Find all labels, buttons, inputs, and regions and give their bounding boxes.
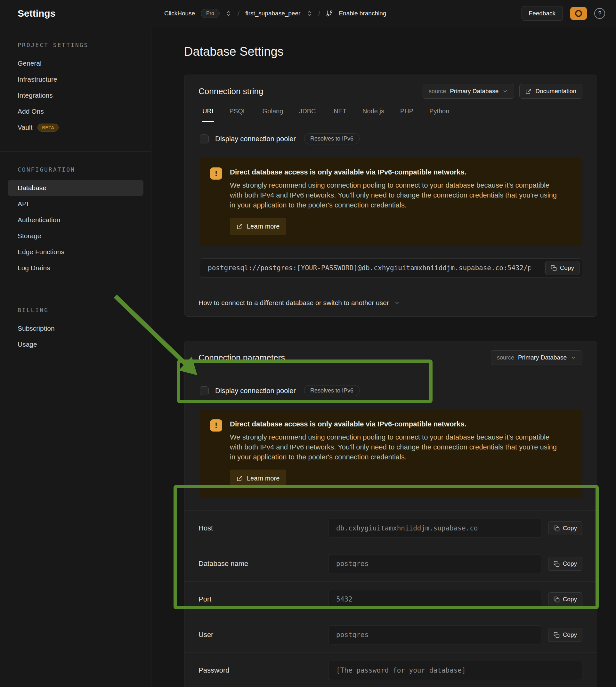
copy-icon bbox=[551, 265, 557, 271]
sidebar-item-label: Subscription bbox=[18, 325, 55, 332]
sidebar-item-infrastructure[interactable]: Infrastructure bbox=[0, 71, 151, 87]
sidebar-item-subscription[interactable]: Subscription bbox=[0, 320, 151, 336]
sidebar-section-project-settings: PROJECT SETTINGS General Infrastructure … bbox=[0, 27, 151, 151]
tab-nodejs[interactable]: Node.js bbox=[362, 108, 385, 122]
section-title: BILLING bbox=[0, 307, 151, 313]
sidebar-item-storage[interactable]: Storage bbox=[0, 228, 151, 244]
tab-golang[interactable]: Golang bbox=[262, 108, 284, 122]
display-connection-pooler-checkbox[interactable] bbox=[200, 134, 209, 143]
documentation-label: Documentation bbox=[535, 88, 576, 95]
sidebar-section-configuration: CONFIGURATION Database API Authenticatio… bbox=[0, 151, 151, 292]
connection-uri-field[interactable]: postgresql://postgres:[YOUR-PASSWORD]@db… bbox=[200, 258, 582, 278]
section-title: CONFIGURATION bbox=[0, 166, 151, 173]
breadcrumb: ClickHouse Pro / first_supabase_peer / E… bbox=[164, 9, 386, 18]
ipv6-badge: Resolves to IPv6 bbox=[304, 385, 359, 396]
copy-uri-button[interactable]: Copy bbox=[545, 261, 579, 275]
pooler-label[interactable]: Display connection pooler bbox=[215, 387, 296, 395]
field-row-port: Port Copy bbox=[184, 581, 597, 617]
external-link-icon bbox=[237, 223, 243, 229]
chevron-down-icon bbox=[571, 355, 576, 360]
sidebar-item-label: Add Ons bbox=[18, 108, 44, 115]
copy-label: Copy bbox=[563, 560, 577, 567]
notice-title: Direct database access is only available… bbox=[230, 419, 563, 429]
source-prefix: source bbox=[497, 354, 514, 361]
sidebar-item-integrations[interactable]: Integrations bbox=[0, 87, 151, 104]
breadcrumb-separator: / bbox=[238, 9, 240, 18]
source-value: Primary Database bbox=[518, 354, 567, 361]
sidebar-item-label: Integrations bbox=[18, 92, 53, 99]
external-link-icon bbox=[237, 475, 243, 482]
account-avatar[interactable] bbox=[570, 7, 587, 20]
sidebar-item-database[interactable]: Database bbox=[8, 180, 144, 196]
password-input[interactable] bbox=[328, 661, 582, 680]
display-connection-pooler-checkbox[interactable] bbox=[200, 386, 209, 395]
source-selector[interactable]: source Primary Database bbox=[423, 84, 514, 98]
copy-user-button[interactable]: Copy bbox=[548, 628, 582, 642]
sidebar-item-general[interactable]: General bbox=[0, 56, 151, 71]
feedback-button[interactable]: Feedback bbox=[522, 6, 563, 21]
settings-sidebar: PROJECT SETTINGS General Infrastructure … bbox=[0, 27, 151, 687]
learn-more-button[interactable]: Learn more bbox=[230, 470, 286, 487]
notice-title: Direct database access is only available… bbox=[230, 168, 563, 177]
tab-psql[interactable]: PSQL bbox=[228, 108, 247, 122]
ipv6-notice: ! Direct database access is only availab… bbox=[200, 157, 582, 246]
sidebar-item-label: Usage bbox=[18, 340, 37, 348]
port-input[interactable] bbox=[328, 590, 541, 609]
copy-icon bbox=[554, 561, 560, 567]
connection-help-label: How to connect to a different database o… bbox=[198, 299, 389, 307]
field-row-host: Host Copy bbox=[184, 510, 597, 546]
pooler-label[interactable]: Display connection pooler bbox=[215, 135, 296, 143]
user-label: User bbox=[198, 631, 328, 639]
sidebar-item-edge-functions[interactable]: Edge Functions bbox=[0, 244, 151, 260]
user-input[interactable] bbox=[328, 625, 541, 644]
sidebar-item-usage[interactable]: Usage bbox=[0, 336, 151, 352]
chevrons-up-down-icon[interactable] bbox=[306, 10, 312, 17]
database-name-label: Database name bbox=[198, 560, 328, 568]
connection-help-toggle[interactable]: How to connect to a different database o… bbox=[184, 290, 597, 316]
pooler-row: Display connection pooler Resolves to IP… bbox=[184, 374, 597, 409]
tab-php[interactable]: PHP bbox=[400, 108, 414, 122]
learn-more-button[interactable]: Learn more bbox=[230, 218, 286, 235]
sidebar-item-log-drains[interactable]: Log Drains bbox=[0, 260, 151, 276]
sidebar-item-add-ons[interactable]: Add Ons bbox=[0, 104, 151, 119]
sidebar-item-label: Database bbox=[18, 184, 46, 192]
chevrons-up-down-icon[interactable] bbox=[225, 10, 232, 17]
alert-icon: ! bbox=[210, 419, 222, 431]
host-input[interactable] bbox=[328, 518, 541, 538]
sidebar-item-label: Storage bbox=[18, 232, 41, 240]
field-row-database-name: Database name Copy bbox=[184, 546, 597, 581]
tab-uri[interactable]: URI bbox=[202, 108, 214, 122]
help-icon[interactable]: ? bbox=[594, 8, 605, 19]
copy-label: Copy bbox=[563, 525, 577, 532]
pooler-row: Display connection pooler Resolves to IP… bbox=[184, 122, 597, 157]
copy-label: Copy bbox=[563, 596, 577, 603]
connection-parameter-fields: Host Copy Database name Copy bbox=[184, 510, 597, 687]
breadcrumb-org[interactable]: ClickHouse bbox=[164, 10, 195, 17]
breadcrumb-project[interactable]: first_supabase_peer bbox=[245, 10, 300, 17]
database-name-input[interactable] bbox=[328, 554, 541, 573]
copy-label: Copy bbox=[560, 264, 574, 271]
tab-dotnet[interactable]: .NET bbox=[331, 108, 347, 122]
sidebar-item-vault[interactable]: Vault BETA bbox=[0, 119, 151, 135]
connection-type-tabs: URI PSQL Golang JDBC .NET Node.js PHP Py… bbox=[184, 98, 597, 122]
field-row-user: User Copy bbox=[184, 617, 597, 652]
alert-glyph: ! bbox=[215, 169, 217, 178]
notice-body: We strongly recommend using connection p… bbox=[230, 180, 563, 210]
sidebar-item-api[interactable]: API bbox=[0, 196, 151, 212]
tab-python[interactable]: Python bbox=[429, 108, 450, 122]
documentation-button[interactable]: Documentation bbox=[519, 84, 582, 98]
copy-port-button[interactable]: Copy bbox=[548, 592, 582, 606]
source-selector[interactable]: source Primary Database bbox=[491, 350, 582, 365]
tab-jdbc[interactable]: JDBC bbox=[299, 108, 316, 122]
copy-host-button[interactable]: Copy bbox=[548, 521, 582, 535]
breadcrumb-separator: / bbox=[318, 9, 320, 18]
alert-icon: ! bbox=[210, 168, 222, 180]
notice-body: We strongly recommend using connection p… bbox=[230, 432, 563, 462]
copy-database-name-button[interactable]: Copy bbox=[548, 557, 582, 571]
sidebar-item-authentication[interactable]: Authentication bbox=[0, 212, 151, 228]
avatar-glyph bbox=[575, 10, 582, 17]
topbar: Settings ClickHouse Pro / first_supabase… bbox=[0, 0, 616, 27]
pro-badge: Pro bbox=[201, 9, 220, 18]
password-label: Password bbox=[198, 666, 328, 674]
enable-branching-button[interactable]: Enable branching bbox=[339, 10, 386, 17]
